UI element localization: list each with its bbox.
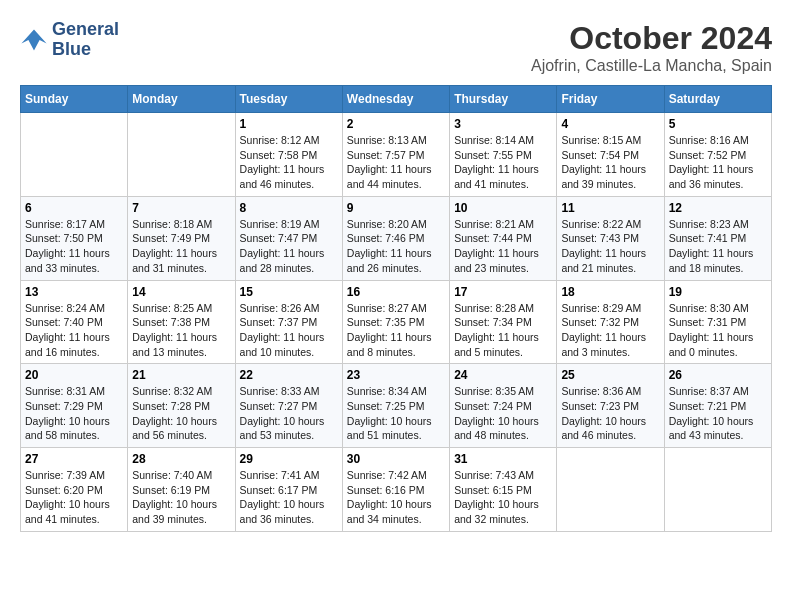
- day-number: 17: [454, 285, 552, 299]
- day-number: 25: [561, 368, 659, 382]
- day-info: Sunrise: 7:43 AM Sunset: 6:15 PM Dayligh…: [454, 468, 552, 527]
- day-number: 24: [454, 368, 552, 382]
- day-info: Sunrise: 8:20 AM Sunset: 7:46 PM Dayligh…: [347, 217, 445, 276]
- calendar-cell: 17Sunrise: 8:28 AM Sunset: 7:34 PM Dayli…: [450, 280, 557, 364]
- calendar-cell: 2Sunrise: 8:13 AM Sunset: 7:57 PM Daylig…: [342, 113, 449, 197]
- day-number: 28: [132, 452, 230, 466]
- day-number: 3: [454, 117, 552, 131]
- day-info: Sunrise: 7:42 AM Sunset: 6:16 PM Dayligh…: [347, 468, 445, 527]
- header-cell-friday: Friday: [557, 86, 664, 113]
- header: General Blue October 2024 Ajofrin, Casti…: [20, 20, 772, 75]
- day-info: Sunrise: 8:37 AM Sunset: 7:21 PM Dayligh…: [669, 384, 767, 443]
- calendar-week-5: 27Sunrise: 7:39 AM Sunset: 6:20 PM Dayli…: [21, 448, 772, 532]
- calendar-cell: 5Sunrise: 8:16 AM Sunset: 7:52 PM Daylig…: [664, 113, 771, 197]
- day-info: Sunrise: 7:41 AM Sunset: 6:17 PM Dayligh…: [240, 468, 338, 527]
- calendar-cell: 22Sunrise: 8:33 AM Sunset: 7:27 PM Dayli…: [235, 364, 342, 448]
- day-number: 15: [240, 285, 338, 299]
- calendar-header-row: SundayMondayTuesdayWednesdayThursdayFrid…: [21, 86, 772, 113]
- calendar-cell: 18Sunrise: 8:29 AM Sunset: 7:32 PM Dayli…: [557, 280, 664, 364]
- calendar-cell: 10Sunrise: 8:21 AM Sunset: 7:44 PM Dayli…: [450, 196, 557, 280]
- day-info: Sunrise: 7:40 AM Sunset: 6:19 PM Dayligh…: [132, 468, 230, 527]
- day-number: 23: [347, 368, 445, 382]
- day-number: 19: [669, 285, 767, 299]
- day-number: 11: [561, 201, 659, 215]
- day-number: 22: [240, 368, 338, 382]
- calendar-cell: 25Sunrise: 8:36 AM Sunset: 7:23 PM Dayli…: [557, 364, 664, 448]
- calendar-cell: 13Sunrise: 8:24 AM Sunset: 7:40 PM Dayli…: [21, 280, 128, 364]
- location-title: Ajofrin, Castille-La Mancha, Spain: [531, 57, 772, 75]
- calendar-cell: [557, 448, 664, 532]
- day-number: 10: [454, 201, 552, 215]
- day-number: 30: [347, 452, 445, 466]
- day-info: Sunrise: 8:15 AM Sunset: 7:54 PM Dayligh…: [561, 133, 659, 192]
- calendar-week-4: 20Sunrise: 8:31 AM Sunset: 7:29 PM Dayli…: [21, 364, 772, 448]
- logo-text-line1: General: [52, 20, 119, 40]
- calendar-cell: 6Sunrise: 8:17 AM Sunset: 7:50 PM Daylig…: [21, 196, 128, 280]
- logo-icon: [20, 26, 48, 54]
- calendar-cell: 30Sunrise: 7:42 AM Sunset: 6:16 PM Dayli…: [342, 448, 449, 532]
- calendar-cell: 16Sunrise: 8:27 AM Sunset: 7:35 PM Dayli…: [342, 280, 449, 364]
- day-info: Sunrise: 8:14 AM Sunset: 7:55 PM Dayligh…: [454, 133, 552, 192]
- day-info: Sunrise: 8:18 AM Sunset: 7:49 PM Dayligh…: [132, 217, 230, 276]
- calendar-cell: 29Sunrise: 7:41 AM Sunset: 6:17 PM Dayli…: [235, 448, 342, 532]
- day-number: 6: [25, 201, 123, 215]
- day-number: 14: [132, 285, 230, 299]
- calendar-cell: [128, 113, 235, 197]
- header-cell-sunday: Sunday: [21, 86, 128, 113]
- calendar-cell: 20Sunrise: 8:31 AM Sunset: 7:29 PM Dayli…: [21, 364, 128, 448]
- calendar-table: SundayMondayTuesdayWednesdayThursdayFrid…: [20, 85, 772, 532]
- calendar-cell: 3Sunrise: 8:14 AM Sunset: 7:55 PM Daylig…: [450, 113, 557, 197]
- calendar-cell: 15Sunrise: 8:26 AM Sunset: 7:37 PM Dayli…: [235, 280, 342, 364]
- day-info: Sunrise: 8:25 AM Sunset: 7:38 PM Dayligh…: [132, 301, 230, 360]
- calendar-cell: 4Sunrise: 8:15 AM Sunset: 7:54 PM Daylig…: [557, 113, 664, 197]
- day-info: Sunrise: 8:26 AM Sunset: 7:37 PM Dayligh…: [240, 301, 338, 360]
- calendar-cell: 24Sunrise: 8:35 AM Sunset: 7:24 PM Dayli…: [450, 364, 557, 448]
- day-number: 29: [240, 452, 338, 466]
- calendar-cell: [21, 113, 128, 197]
- day-info: Sunrise: 8:21 AM Sunset: 7:44 PM Dayligh…: [454, 217, 552, 276]
- calendar-week-1: 1Sunrise: 8:12 AM Sunset: 7:58 PM Daylig…: [21, 113, 772, 197]
- calendar-cell: 8Sunrise: 8:19 AM Sunset: 7:47 PM Daylig…: [235, 196, 342, 280]
- day-info: Sunrise: 8:22 AM Sunset: 7:43 PM Dayligh…: [561, 217, 659, 276]
- day-number: 18: [561, 285, 659, 299]
- day-number: 7: [132, 201, 230, 215]
- day-number: 2: [347, 117, 445, 131]
- day-number: 4: [561, 117, 659, 131]
- day-info: Sunrise: 8:19 AM Sunset: 7:47 PM Dayligh…: [240, 217, 338, 276]
- calendar-cell: 28Sunrise: 7:40 AM Sunset: 6:19 PM Dayli…: [128, 448, 235, 532]
- day-info: Sunrise: 8:30 AM Sunset: 7:31 PM Dayligh…: [669, 301, 767, 360]
- day-info: Sunrise: 7:39 AM Sunset: 6:20 PM Dayligh…: [25, 468, 123, 527]
- day-info: Sunrise: 8:29 AM Sunset: 7:32 PM Dayligh…: [561, 301, 659, 360]
- day-number: 13: [25, 285, 123, 299]
- day-number: 20: [25, 368, 123, 382]
- day-info: Sunrise: 8:23 AM Sunset: 7:41 PM Dayligh…: [669, 217, 767, 276]
- logo: General Blue: [20, 20, 119, 60]
- header-cell-wednesday: Wednesday: [342, 86, 449, 113]
- day-number: 26: [669, 368, 767, 382]
- title-area: October 2024 Ajofrin, Castille-La Mancha…: [531, 20, 772, 75]
- calendar-cell: 12Sunrise: 8:23 AM Sunset: 7:41 PM Dayli…: [664, 196, 771, 280]
- calendar-cell: 21Sunrise: 8:32 AM Sunset: 7:28 PM Dayli…: [128, 364, 235, 448]
- day-number: 31: [454, 452, 552, 466]
- calendar-cell: 14Sunrise: 8:25 AM Sunset: 7:38 PM Dayli…: [128, 280, 235, 364]
- day-number: 8: [240, 201, 338, 215]
- day-info: Sunrise: 8:34 AM Sunset: 7:25 PM Dayligh…: [347, 384, 445, 443]
- calendar-cell: 1Sunrise: 8:12 AM Sunset: 7:58 PM Daylig…: [235, 113, 342, 197]
- day-number: 16: [347, 285, 445, 299]
- header-cell-thursday: Thursday: [450, 86, 557, 113]
- header-cell-monday: Monday: [128, 86, 235, 113]
- logo-text-line2: Blue: [52, 40, 119, 60]
- calendar-cell: 23Sunrise: 8:34 AM Sunset: 7:25 PM Dayli…: [342, 364, 449, 448]
- calendar-cell: 7Sunrise: 8:18 AM Sunset: 7:49 PM Daylig…: [128, 196, 235, 280]
- day-info: Sunrise: 8:24 AM Sunset: 7:40 PM Dayligh…: [25, 301, 123, 360]
- day-info: Sunrise: 8:36 AM Sunset: 7:23 PM Dayligh…: [561, 384, 659, 443]
- calendar-cell: 11Sunrise: 8:22 AM Sunset: 7:43 PM Dayli…: [557, 196, 664, 280]
- day-number: 12: [669, 201, 767, 215]
- day-info: Sunrise: 8:17 AM Sunset: 7:50 PM Dayligh…: [25, 217, 123, 276]
- day-info: Sunrise: 8:31 AM Sunset: 7:29 PM Dayligh…: [25, 384, 123, 443]
- calendar-cell: [664, 448, 771, 532]
- day-number: 9: [347, 201, 445, 215]
- calendar-cell: 19Sunrise: 8:30 AM Sunset: 7:31 PM Dayli…: [664, 280, 771, 364]
- day-info: Sunrise: 8:32 AM Sunset: 7:28 PM Dayligh…: [132, 384, 230, 443]
- day-info: Sunrise: 8:33 AM Sunset: 7:27 PM Dayligh…: [240, 384, 338, 443]
